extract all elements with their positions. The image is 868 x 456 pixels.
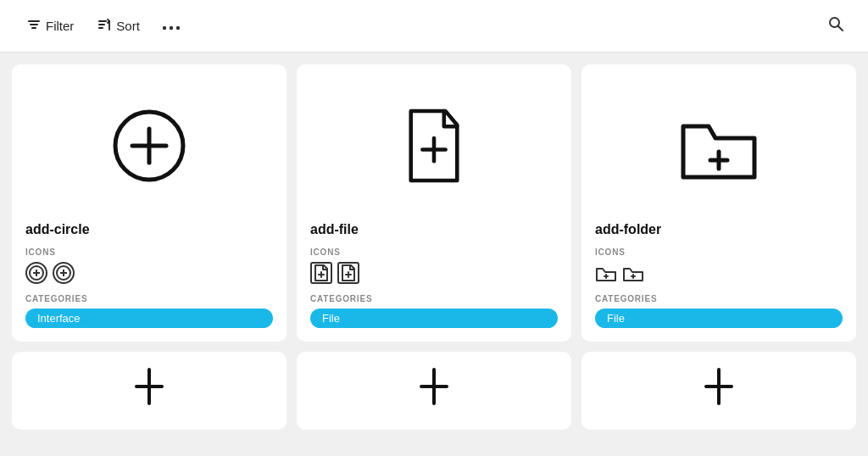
card-icon-add-circle xyxy=(25,78,273,214)
toolbar: Filter Sort xyxy=(0,0,868,53)
icon-variants-1 xyxy=(310,262,558,284)
card-icon-add-file xyxy=(310,78,558,214)
icon-grid: add-circle ICONS xyxy=(0,53,868,456)
sort-button[interactable]: Sort xyxy=(87,11,150,42)
variant-circle-outline-0 xyxy=(25,262,47,284)
icons-label-2: ICONS xyxy=(595,247,843,257)
svg-line-11 xyxy=(838,26,843,31)
icon-variants-2 xyxy=(595,262,843,284)
partial-icon-4 xyxy=(25,365,273,416)
card-add-folder: add-folder ICONS xyxy=(581,64,856,342)
partial-icon-5 xyxy=(310,365,558,416)
variant-file-1a xyxy=(310,262,332,284)
icon-variants-0 xyxy=(25,262,273,284)
sort-icon xyxy=(97,18,111,35)
categories-label-2: CATEGORIES xyxy=(595,294,843,303)
more-button[interactable] xyxy=(153,10,189,42)
card-add-file: add-file ICONS xyxy=(297,64,571,342)
svg-point-8 xyxy=(170,26,173,30)
card-name-add-circle: add-circle xyxy=(25,222,273,237)
filter-icon xyxy=(27,18,41,35)
card-add-circle: add-circle ICONS xyxy=(12,64,287,342)
card-partial-6 xyxy=(581,352,856,430)
icons-label-1: ICONS xyxy=(310,247,558,257)
variant-folder-2a xyxy=(595,262,617,284)
card-partial-5 xyxy=(297,352,571,430)
filter-button[interactable]: Filter xyxy=(17,11,84,42)
category-tag-2[interactable]: File xyxy=(595,309,843,328)
variant-folder-2b xyxy=(622,262,644,284)
content-area: add-circle ICONS xyxy=(0,53,868,456)
card-icon-add-folder xyxy=(595,78,843,214)
category-tag-0[interactable]: Interface xyxy=(25,309,273,328)
icons-label-0: ICONS xyxy=(25,247,273,257)
card-partial-4 xyxy=(12,352,287,430)
card-name-add-file: add-file xyxy=(310,222,558,237)
variant-file-1b xyxy=(337,262,359,284)
search-button[interactable] xyxy=(821,8,851,43)
partial-icon-6 xyxy=(595,365,843,416)
categories-label-1: CATEGORIES xyxy=(310,294,558,303)
card-name-add-folder: add-folder xyxy=(595,222,843,237)
toolbar-left: Filter Sort xyxy=(17,10,851,42)
sort-label: Sort xyxy=(116,19,140,33)
variant-circle-filled-0 xyxy=(53,262,75,284)
filter-label: Filter xyxy=(46,19,74,33)
category-tag-1[interactable]: File xyxy=(310,309,558,328)
svg-point-7 xyxy=(163,26,166,30)
svg-point-9 xyxy=(176,26,180,30)
categories-label-0: CATEGORIES xyxy=(25,294,273,303)
